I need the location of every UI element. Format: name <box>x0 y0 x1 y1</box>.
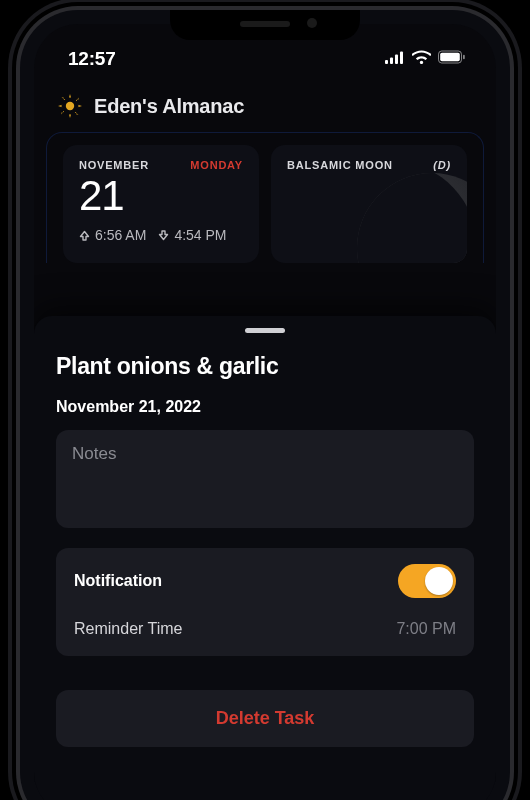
sheet-grabber[interactable] <box>245 328 285 333</box>
svg-rect-0 <box>385 60 388 64</box>
svg-rect-3 <box>400 52 403 65</box>
sunset-time: 4:54 PM <box>174 227 226 243</box>
svg-rect-1 <box>390 58 393 65</box>
delete-task-button[interactable]: Delete Task <box>56 690 474 747</box>
wifi-icon <box>412 50 431 68</box>
status-icons <box>385 50 466 68</box>
notification-label: Notification <box>74 572 162 590</box>
moon-card[interactable]: BALSAMIC MOON (D) <box>271 145 467 263</box>
task-sheet: Plant onions & garlic November 21, 2022 … <box>34 316 496 800</box>
app-header: Eden's Almanac <box>34 78 496 132</box>
moon-icon <box>357 173 467 263</box>
status-time: 12:57 <box>68 48 116 70</box>
sunrise-time: 6:56 AM <box>95 227 146 243</box>
cards-row: NOVEMBER MONDAY 21 6:56 AM <box>46 132 484 263</box>
screen: 12:57 <box>34 24 496 800</box>
reminder-row[interactable]: Reminder Time 7:00 PM <box>74 620 456 638</box>
sun-times: 6:56 AM 4:54 PM <box>79 227 243 243</box>
battery-icon <box>438 50 466 68</box>
day-number: 21 <box>79 175 243 217</box>
task-date: November 21, 2022 <box>56 398 474 416</box>
svg-point-7 <box>66 102 74 110</box>
app-title: Eden's Almanac <box>94 95 244 118</box>
svg-rect-2 <box>395 55 398 65</box>
delete-task-label: Delete Task <box>216 708 315 728</box>
month-label: NOVEMBER <box>79 159 149 171</box>
task-title: Plant onions & garlic <box>56 353 474 380</box>
date-card[interactable]: NOVEMBER MONDAY 21 6:56 AM <box>63 145 259 263</box>
weekday-label: MONDAY <box>190 159 243 171</box>
phone-frame: 12:57 <box>20 10 510 800</box>
sunrise-icon <box>79 230 90 241</box>
cellular-icon <box>385 50 405 68</box>
reminder-time: 7:00 PM <box>396 620 456 638</box>
notification-box: Notification Reminder Time 7:00 PM <box>56 548 474 656</box>
notes-input[interactable]: Notes <box>56 430 474 528</box>
notes-placeholder: Notes <box>72 444 116 463</box>
notification-toggle[interactable] <box>398 564 456 598</box>
moon-phase-label: BALSAMIC MOON <box>287 159 393 171</box>
sunset-icon <box>158 230 169 241</box>
svg-rect-5 <box>440 53 460 62</box>
sun-icon <box>58 94 82 118</box>
svg-rect-6 <box>463 55 465 59</box>
moon-tag: (D) <box>433 159 451 171</box>
reminder-label: Reminder Time <box>74 620 182 638</box>
notch <box>170 10 360 40</box>
